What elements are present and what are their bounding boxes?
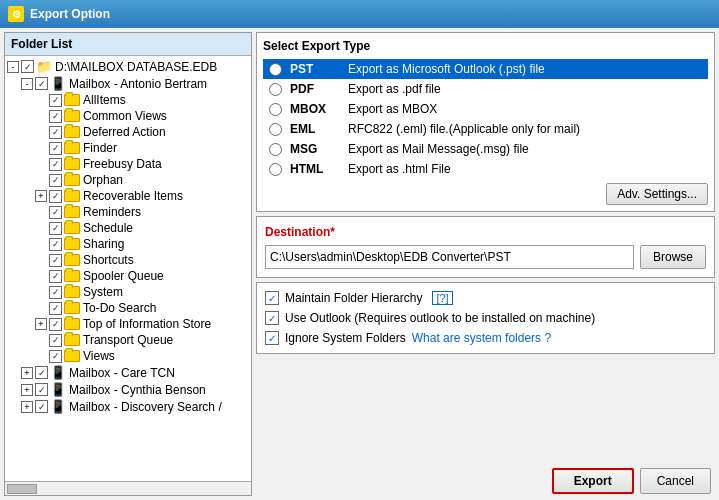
adv-settings-area: Adv. Settings... bbox=[263, 183, 708, 205]
folder-checkbox-caretcn[interactable] bbox=[35, 366, 48, 379]
export-button[interactable]: Export bbox=[552, 468, 634, 494]
tree-item-caretcn[interactable]: +📱Mailbox - Care TCN bbox=[5, 364, 251, 381]
folder-icon-sharing bbox=[64, 238, 80, 250]
radio-row-html[interactable]: HTMLExport as .html File bbox=[263, 159, 708, 179]
folder-checkbox-spooler[interactable] bbox=[49, 270, 62, 283]
tree-item-freebusy[interactable]: Freebusy Data bbox=[5, 156, 251, 172]
destination-row: Browse bbox=[265, 245, 706, 269]
option-checkbox-hierarchy[interactable] bbox=[265, 291, 279, 305]
destination-input[interactable] bbox=[265, 245, 634, 269]
tree-item-spooler[interactable]: Spooler Queue bbox=[5, 268, 251, 284]
tree-item-deferred[interactable]: Deferred Action bbox=[5, 124, 251, 140]
system-folders-link[interactable]: What are system folders ? bbox=[412, 331, 551, 345]
mailbox-icon: 📱 bbox=[50, 399, 66, 414]
tree-item-recoverable[interactable]: +Recoverable Items bbox=[5, 188, 251, 204]
option-row-hierarchy: Maintain Folder Hierarchy[?] bbox=[265, 291, 706, 305]
tree-item-antonio[interactable]: -📱Mailbox - Antonio Bertram bbox=[5, 75, 251, 92]
folder-checkbox-recoverable[interactable] bbox=[49, 190, 62, 203]
folder-checkbox-deferred[interactable] bbox=[49, 126, 62, 139]
folder-checkbox-views[interactable] bbox=[49, 350, 62, 363]
adv-settings-button[interactable]: Adv. Settings... bbox=[606, 183, 708, 205]
folder-checkbox-cynthia[interactable] bbox=[35, 383, 48, 396]
expand-btn-db[interactable]: - bbox=[7, 61, 19, 73]
expand-btn-discovery[interactable]: + bbox=[21, 401, 33, 413]
option-checkbox-outlook[interactable] bbox=[265, 311, 279, 325]
expand-btn-antonio[interactable]: - bbox=[21, 78, 33, 90]
folder-label-views: Views bbox=[83, 349, 115, 363]
folder-label-sharing: Sharing bbox=[83, 237, 124, 251]
tree-item-sharing[interactable]: Sharing bbox=[5, 236, 251, 252]
radio-input-msg[interactable] bbox=[269, 143, 282, 156]
folder-label-cynthia: Mailbox - Cynthia Benson bbox=[69, 383, 206, 397]
scroll-thumb[interactable] bbox=[7, 484, 37, 494]
radio-row-pst[interactable]: PSTExport as Microsoft Outlook (.pst) fi… bbox=[263, 59, 708, 79]
folder-label-caretcn: Mailbox - Care TCN bbox=[69, 366, 175, 380]
folder-checkbox-db[interactable] bbox=[21, 60, 34, 73]
tree-item-orphan[interactable]: Orphan bbox=[5, 172, 251, 188]
folder-checkbox-system[interactable] bbox=[49, 286, 62, 299]
tree-item-db[interactable]: -📁D:\MAILBOX DATABASE.EDB bbox=[5, 58, 251, 75]
radio-row-mbox[interactable]: MBOXExport as MBOX bbox=[263, 99, 708, 119]
expand-btn-topinfo[interactable]: + bbox=[35, 318, 47, 330]
window-title: Export Option bbox=[30, 7, 110, 21]
option-label-ignore: Ignore System Folders bbox=[285, 331, 406, 345]
tree-item-schedule[interactable]: Schedule bbox=[5, 220, 251, 236]
tree-item-transport[interactable]: Transport Queue bbox=[5, 332, 251, 348]
browse-button[interactable]: Browse bbox=[640, 245, 706, 269]
tree-item-shortcuts[interactable]: Shortcuts bbox=[5, 252, 251, 268]
expand-btn-cynthia[interactable]: + bbox=[21, 384, 33, 396]
option-row-outlook: Use Outlook (Requires outlook to be inst… bbox=[265, 311, 706, 325]
tree-item-common[interactable]: Common Views bbox=[5, 108, 251, 124]
folder-icon-allitems bbox=[64, 94, 80, 106]
folder-checkbox-sharing[interactable] bbox=[49, 238, 62, 251]
folder-checkbox-reminders[interactable] bbox=[49, 206, 62, 219]
folder-checkbox-transport[interactable] bbox=[49, 334, 62, 347]
horizontal-scrollbar[interactable] bbox=[5, 481, 251, 495]
tree-item-discovery[interactable]: +📱Mailbox - Discovery Search / bbox=[5, 398, 251, 415]
radio-row-msg[interactable]: MSGExport as Mail Message(.msg) file bbox=[263, 139, 708, 159]
radio-input-pdf[interactable] bbox=[269, 83, 282, 96]
folder-checkbox-antonio[interactable] bbox=[35, 77, 48, 90]
tree-item-reminders[interactable]: Reminders bbox=[5, 204, 251, 220]
radio-input-pst[interactable] bbox=[269, 63, 282, 76]
folder-icon-transport bbox=[64, 334, 80, 346]
radio-desc-pst: Export as Microsoft Outlook (.pst) file bbox=[348, 62, 545, 76]
tree-item-finder[interactable]: Finder bbox=[5, 140, 251, 156]
help-link-hierarchy[interactable]: [?] bbox=[432, 291, 452, 305]
folder-checkbox-common[interactable] bbox=[49, 110, 62, 123]
export-type-section: Select Export Type PSTExport as Microsof… bbox=[256, 32, 715, 212]
tree-item-allitems[interactable]: AllItems bbox=[5, 92, 251, 108]
folder-checkbox-schedule[interactable] bbox=[49, 222, 62, 235]
folder-checkbox-finder[interactable] bbox=[49, 142, 62, 155]
radio-row-eml[interactable]: EMLRFC822 (.eml) file.(Applicable only f… bbox=[263, 119, 708, 139]
folder-label-antonio: Mailbox - Antonio Bertram bbox=[69, 77, 207, 91]
tree-item-topinfo[interactable]: +Top of Information Store bbox=[5, 316, 251, 332]
folder-icon-orphan bbox=[64, 174, 80, 186]
folder-icon-views bbox=[64, 350, 80, 362]
folder-checkbox-shortcuts[interactable] bbox=[49, 254, 62, 267]
destination-label: Destination* bbox=[265, 225, 706, 239]
folder-checkbox-allitems[interactable] bbox=[49, 94, 62, 107]
expand-btn-recoverable[interactable]: + bbox=[35, 190, 47, 202]
tree-item-system[interactable]: System bbox=[5, 284, 251, 300]
radio-input-mbox[interactable] bbox=[269, 103, 282, 116]
option-checkbox-ignore[interactable] bbox=[265, 331, 279, 345]
expand-btn-caretcn[interactable]: + bbox=[21, 367, 33, 379]
folder-checkbox-orphan[interactable] bbox=[49, 174, 62, 187]
radio-type-mbox: MBOX bbox=[290, 102, 340, 116]
radio-input-eml[interactable] bbox=[269, 123, 282, 136]
cancel-button[interactable]: Cancel bbox=[640, 468, 711, 494]
tree-item-views[interactable]: Views bbox=[5, 348, 251, 364]
folder-label-finder: Finder bbox=[83, 141, 117, 155]
tree-item-cynthia[interactable]: +📱Mailbox - Cynthia Benson bbox=[5, 381, 251, 398]
folder-checkbox-discovery[interactable] bbox=[35, 400, 48, 413]
folder-tree[interactable]: -📁D:\MAILBOX DATABASE.EDB-📱Mailbox - Ant… bbox=[5, 56, 251, 481]
folder-checkbox-freebusy[interactable] bbox=[49, 158, 62, 171]
radio-input-html[interactable] bbox=[269, 163, 282, 176]
folder-checkbox-topinfo[interactable] bbox=[49, 318, 62, 331]
tree-item-todo[interactable]: To-Do Search bbox=[5, 300, 251, 316]
folder-checkbox-todo[interactable] bbox=[49, 302, 62, 315]
folder-label-freebusy: Freebusy Data bbox=[83, 157, 162, 171]
radio-desc-pdf: Export as .pdf file bbox=[348, 82, 441, 96]
radio-row-pdf[interactable]: PDFExport as .pdf file bbox=[263, 79, 708, 99]
